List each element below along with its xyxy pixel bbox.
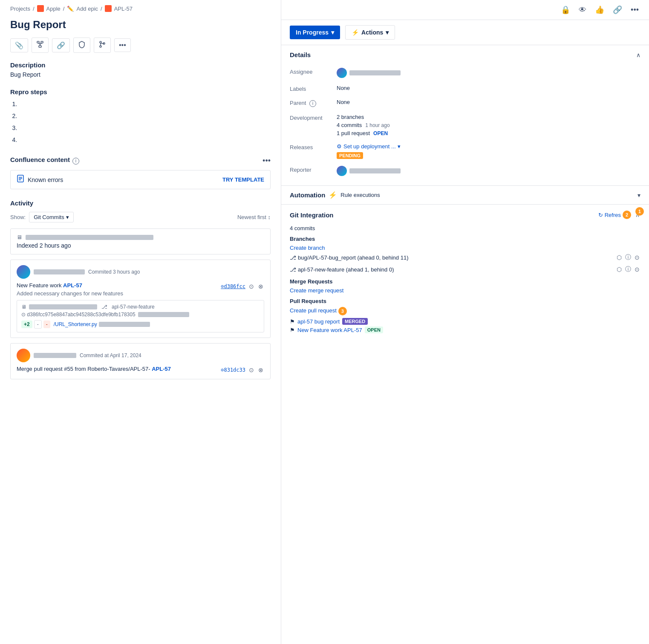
pending-badge: PENDING [337,152,363,159]
assignee-avatar [337,68,347,78]
branch-button[interactable] [94,38,111,53]
git-branch-row-2: ⎇ apl-57-new-feature (ahead 1, behind 0)… [290,265,640,274]
diff-remove-badge: - [43,321,50,328]
details-header[interactable]: Details ∧ [290,45,640,64]
try-template-button[interactable]: TRY TEMPLATE [222,176,264,183]
assignee-name-blurred [349,70,401,75]
link-button[interactable]: 🔗 [52,38,70,52]
git-branch-1-left: ⎇ bug/APL-57-bug_report (ahead 0, behind… [290,254,408,261]
confluence-item: Known errors TRY TEMPLATE [10,170,271,189]
branch-2-label: apl-57-new-feature (ahead 1, behind 0) [298,266,394,273]
automation-title: Automation [290,191,325,199]
more-icon-button[interactable]: ••• [629,4,640,16]
commit-time: Commited 3 hours ago [88,269,140,275]
diff-author-blurred [99,322,150,327]
git-pull-requests-title: Pull Requests [290,298,640,304]
commit3-icon-btn1[interactable]: ⊙ [248,366,255,374]
commit3-icon-btn2[interactable]: ⊗ [257,366,264,374]
parent-row: Parent i None [290,95,640,110]
git-branch-1-icons: ⬡ ⓘ ⊙ [616,253,640,262]
activity-sort-button[interactable]: Newest first ↕ [237,214,271,220]
page-title: Bug Report [10,19,271,31]
status-chevron: ▾ [331,29,334,36]
actions-lightning: ⚡ [352,29,359,36]
breadcrumb-apple[interactable]: Apple [46,6,61,12]
attach-button[interactable]: 📎 [10,38,28,52]
git-title: Git Integration [290,211,334,219]
watch-icon-button[interactable]: 👁 [577,4,588,16]
assignee-value [337,68,640,78]
commit3-time: Commited at April 17, 2024 [80,352,141,358]
actions-label: Actions [361,29,383,36]
releases-gear-icon: ⚙ [337,143,342,150]
confluence-title-wrap: Confluence content i [10,156,79,166]
git-merge-requests-title: Merge Requests [290,278,640,285]
confluence-section: Confluence content i ••• Known errors TR… [10,156,271,189]
breadcrumb-ticket[interactable]: APL-57 [114,6,133,12]
breadcrumb-sep2: / [63,6,65,12]
author-name-blurred [34,269,85,274]
breadcrumb-projects[interactable]: Projects [10,6,30,12]
commit-inner-monitor: 🖥 ⎇ apl-57-new-feature [21,304,260,310]
releases-row: Releases ⚙ Set up deployment ... ▾ PENDI… [290,140,640,162]
automation-chevron: ▾ [637,192,640,199]
development-row: Development 2 branches 4 commits 1 hour … [290,110,640,140]
branch2-info-icon[interactable]: ⓘ [624,265,632,274]
pr1-icon: ⚑ [290,318,295,325]
details-title: Details [290,51,311,58]
breadcrumb-add-epic-icon: ✏️ [67,6,74,12]
commit-feature-link[interactable]: APL-57 [63,282,82,289]
development-label: Development [290,114,337,121]
like-icon-button[interactable]: 👍 [593,3,606,16]
branch1-external-icon[interactable]: ⬡ [616,253,623,262]
status-bar: In Progress ▾ ⚡ Actions ▾ [281,20,649,45]
dev-pr-open[interactable]: OPEN [373,130,388,136]
diff-file-link[interactable]: /URL_Shortener.py [54,321,97,327]
branch1-info-icon[interactable]: ⓘ [624,253,632,262]
branch2-more-icon[interactable]: ⊙ [634,265,640,274]
create-merge-request-link[interactable]: Create merge request [290,287,640,294]
branch-1-label: bug/APL-57-bug_report (ahead 0, behind 1… [298,254,408,261]
lock-icon-button[interactable]: 🔒 [559,3,572,16]
breadcrumb-add-epic[interactable]: Add epic [76,6,98,12]
git-section: Git Integration ↻ Refres 2 ∧ 1 4 commits… [281,205,649,342]
activity-filter-dropdown[interactable]: Git Commits ▾ [29,212,74,222]
confluence-more-button[interactable]: ••• [262,156,271,165]
refresh-button[interactable]: ↻ Refres 2 [598,211,631,219]
parent-label-text: Parent [290,100,306,106]
create-branch-link[interactable]: Create branch [290,245,640,251]
status-button[interactable]: In Progress ▾ [290,26,340,39]
create-pull-request-link[interactable]: Create pull request [290,307,337,314]
pr1-link[interactable]: apl-57 bug report [297,318,340,325]
refresh-label: Refres [605,212,621,218]
commit-icon-btn1[interactable]: ⊙ [248,282,255,291]
commit3-apl-link[interactable]: APL-57 [152,366,171,372]
commit-hash-row: ⊙d386fcc ⊙ ⊗ [221,282,264,291]
details-section: Details ∧ Assignee Labels None Parent i … [281,45,649,186]
share-icon-button[interactable]: 🔗 [611,3,624,16]
commit-inner-hash-row: ⊙ d386fcc975e8847abc945288c53dfe9bfb1783… [21,312,260,318]
automation-row: Automation ⚡ Rule executions ▾ [290,186,640,204]
labels-label: Labels [290,85,337,92]
shield-button[interactable] [73,38,90,53]
pr2-link[interactable]: New Feature work APL-57 [297,327,362,333]
branch1-more-icon[interactable]: ⊙ [634,253,640,262]
commit-icon-btn2[interactable]: ⊗ [257,282,264,291]
git-commits-count: 4 commits [290,225,640,231]
details-chevron: ∧ [636,52,640,58]
hierarchy-button[interactable] [32,38,49,53]
more-button[interactable]: ••• [114,38,131,52]
commit-monitor-icon: 🖥 [17,234,22,240]
releases-link[interactable]: Set up deployment ... [343,143,396,150]
git-body: 4 commits Branches Create branch ⎇ bug/A… [290,225,640,342]
labels-row: Labels None [290,81,640,95]
dev-pr: 1 pull request [337,130,370,136]
automation-section: Automation ⚡ Rule executions ▾ [281,186,649,205]
parent-info-icon: i [309,100,316,107]
commit-author-row: Commited 3 hours ago [17,265,264,279]
commit-inner-hash: ⊙ d386fcc975e8847abc945288c53dfe9bfb1783… [21,312,136,318]
releases-chevron: ▾ [398,143,401,150]
branch2-external-icon[interactable]: ⬡ [616,265,623,274]
actions-button[interactable]: ⚡ Actions ▾ [345,25,395,40]
commit-hash-link[interactable]: ⊙d386fcc [221,283,245,289]
